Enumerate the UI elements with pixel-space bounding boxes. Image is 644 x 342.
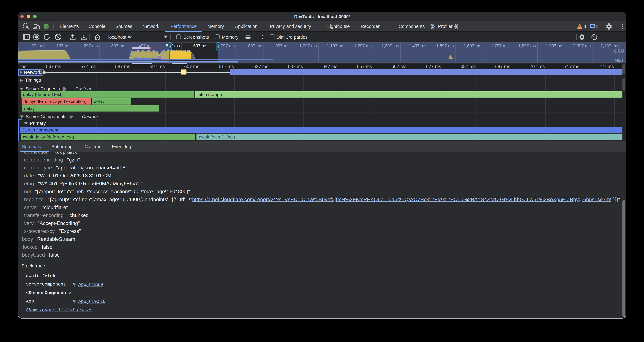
svg-text:697 ms: 697 ms [193, 44, 208, 48]
svg-text:197 ms: 197 ms [56, 44, 70, 48]
svg-text:1,997 ms: 1,997 ms [546, 44, 563, 48]
svg-text:NET: NET [614, 58, 624, 63]
svg-text:297 ms: 297 ms [84, 44, 98, 48]
svg-text:2,097 ms: 2,097 ms [573, 44, 591, 48]
svg-text:397 ms: 397 ms [111, 44, 125, 48]
svg-text:CPU: CPU [614, 48, 624, 54]
svg-text:1,597 ms: 1,597 ms [436, 44, 454, 48]
svg-text:1,697 ms: 1,697 ms [464, 44, 481, 48]
svg-text:1,197 ms: 1,197 ms [326, 44, 344, 48]
svg-text:1,897 ms: 1,897 ms [518, 44, 536, 48]
svg-text:97 ms: 97 ms [32, 44, 43, 48]
svg-text:797 ms: 797 ms [221, 44, 235, 48]
svg-text:?: ? [593, 35, 595, 39]
svg-text:897 ms: 897 ms [248, 44, 262, 48]
svg-text:1,497 ms: 1,497 ms [409, 44, 426, 48]
svg-text:1,097 ms: 1,097 ms [299, 44, 317, 48]
svg-text:1,397 ms: 1,397 ms [382, 44, 399, 48]
svg-text:997 ms: 997 ms [276, 44, 290, 48]
svg-text:1,297 ms: 1,297 ms [354, 44, 372, 48]
svg-text:1,797 ms: 1,797 ms [491, 44, 508, 48]
svg-text:2,197 ms: 2,197 ms [600, 44, 618, 48]
